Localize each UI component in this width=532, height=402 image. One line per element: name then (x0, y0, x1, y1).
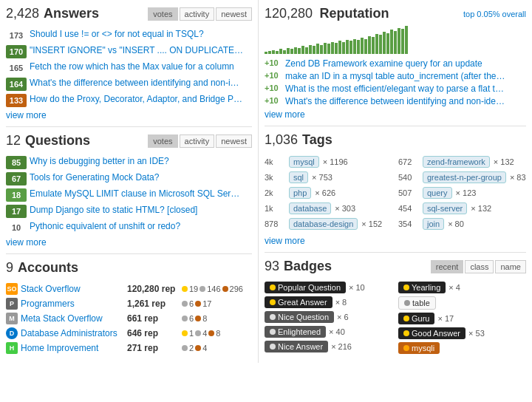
rep-item: +10What's the difference between identif… (265, 96, 526, 106)
badge-pill-silver[interactable]: Nice Answer (265, 341, 328, 352)
rep-text[interactable]: Zend DB Framework examine query for an u… (285, 58, 507, 69)
rep-bar (313, 46, 316, 54)
question-row: 85Why is debugging better in an IDE? (6, 156, 252, 169)
rep-text[interactable]: make an ID in a mysql table auto_increme… (285, 71, 507, 81)
special-dot (403, 345, 409, 351)
reputation-count: 120,280 (265, 6, 313, 21)
badges-tab-name[interactable]: name (495, 260, 526, 273)
rep-bar (375, 34, 378, 54)
vote-badge: 133 (6, 94, 27, 107)
reputation-view-more[interactable]: view more (265, 109, 526, 120)
badge-pill-special[interactable]: mysqli (398, 342, 440, 354)
tag-row: 878database-design× 152 (265, 217, 392, 231)
questions-tab-votes[interactable]: votes (148, 134, 177, 148)
gold-dot (182, 330, 188, 336)
site-name[interactable]: Home Improvement (21, 343, 124, 353)
silver-dot (270, 329, 276, 335)
tag-chip[interactable]: join (423, 218, 444, 230)
tag-chip[interactable]: mysql (289, 156, 319, 168)
questions-view-more[interactable]: view more (6, 237, 252, 248)
badge-pill-gold[interactable]: Great Answer (265, 296, 332, 308)
tag-count: × 83 (510, 173, 526, 182)
tags-grid: 4kmysql× 11963ksql× 7532kphp× 6261kdatab… (265, 155, 526, 233)
rep-bar (283, 50, 286, 54)
gold-dot (270, 285, 276, 290)
answers-list: 173Should I use != or <> for not equal i… (6, 29, 252, 107)
tag-chip[interactable]: php (289, 187, 311, 199)
tag-chip[interactable]: greatest-n-per-group (423, 171, 506, 183)
tag-num: 4k (265, 157, 285, 166)
answer-text[interactable]: What's the difference between identifyin… (30, 78, 244, 88)
question-row: 10Pythonic equivalent of unshift or redo… (6, 221, 252, 234)
badge-pill-gold[interactable]: Guru (398, 313, 434, 324)
tag-num: 878 (265, 219, 285, 228)
rep-bar (364, 39, 367, 54)
badges-tab-class[interactable]: class (465, 260, 494, 273)
tags-section: 1,036 Tags 4kmysql× 11963ksql× 7532kphp×… (265, 132, 526, 246)
vote-badge: 18 (6, 188, 27, 202)
tags-title: Tags (302, 132, 526, 148)
badge-pill-silver[interactable]: Enlightened (265, 326, 326, 338)
tag-count: × 132 (471, 204, 491, 213)
site-badges: 6 8 (182, 314, 207, 323)
badge-pill-gold[interactable]: Good Answer (398, 327, 466, 339)
answers-tab-newest[interactable]: newest (216, 7, 252, 21)
answer-text[interactable]: Fetch the row which has the Max value fo… (30, 61, 244, 72)
tag-chip[interactable]: sql-server (423, 202, 467, 214)
answers-tab-votes[interactable]: votes (148, 7, 177, 21)
answers-view-more[interactable]: view more (6, 110, 252, 120)
answer-text[interactable]: "INSERT IGNORE" vs "INSERT .... ON DUPLI… (30, 45, 244, 55)
question-text[interactable]: Tools for Generating Mock Data? (30, 172, 244, 183)
tag-chip[interactable]: database-design (289, 218, 358, 230)
site-name[interactable]: Stack Overflow (21, 284, 124, 294)
answer-row: 133How do the Proxy, Decorator, Adaptor,… (6, 94, 252, 107)
rep-text[interactable]: What's the difference between identifyin… (285, 96, 507, 106)
badges-grid: Popular Question× 10Great Answer× 8Nice … (265, 282, 526, 354)
answers-tab-group: votes activity newest (148, 7, 252, 21)
rep-bar (379, 35, 382, 54)
question-text[interactable]: Dump Django site to static HTML? [closed… (30, 205, 244, 215)
answer-text[interactable]: Should I use != or <> for not equal in T… (30, 29, 244, 39)
questions-tab-newest[interactable]: newest (216, 134, 252, 148)
tag-row: 1kdatabase× 303 (265, 202, 392, 215)
tag-num: 672 (398, 157, 419, 166)
tag-num: 3k (265, 173, 285, 182)
rep-plus: +10 (265, 58, 285, 67)
site-name[interactable]: Database Administrators (21, 328, 124, 338)
tag-num: 507 (398, 188, 419, 197)
tag-count: × 152 (361, 219, 382, 228)
badge-pill-outline[interactable]: table (398, 296, 436, 310)
site-rep: 120,280 rep (127, 284, 179, 294)
gold-dot (270, 299, 276, 305)
badge-pill-silver[interactable]: Nice Question (265, 311, 334, 323)
rep-bar (405, 26, 408, 54)
rep-bar (320, 45, 323, 54)
site-name[interactable]: Meta Stack Overflow (21, 313, 124, 324)
site-icon: D (6, 327, 18, 339)
question-text[interactable]: Emulate MySQL LIMIT clause in Microsoft … (30, 188, 244, 199)
answers-section: 2,428 Answers votes activity newest 173S… (6, 6, 252, 120)
tag-chip[interactable]: zend-framework (423, 156, 490, 168)
site-name[interactable]: Programmers (21, 299, 124, 309)
rep-plus: +10 (265, 96, 285, 105)
badges-tab-recent[interactable]: recent (431, 260, 464, 273)
tags-view-more[interactable]: view more (265, 236, 526, 246)
answer-text[interactable]: How do the Proxy, Decorator, Adaptor, an… (30, 94, 244, 104)
site-badges: 1 4 8 (182, 329, 220, 338)
tag-chip[interactable]: sql (289, 171, 308, 183)
vote-badge: 173 (6, 29, 27, 42)
question-text[interactable]: Pythonic equivalent of unshift or redo? (30, 221, 244, 231)
badge-pill-gold[interactable]: Yearling (398, 282, 446, 293)
questions-tab-group: votes activity newest (148, 134, 252, 148)
tag-chip[interactable]: database (289, 202, 331, 214)
account-row: H Home Improvement 271 rep 2 4 (6, 342, 252, 354)
rep-text[interactable]: What is the most efficient/elegant way t… (285, 84, 507, 94)
site-badges: 2 4 (182, 344, 207, 352)
tag-chip[interactable]: query (423, 187, 452, 199)
question-text[interactable]: Why is debugging better in an IDE? (30, 156, 244, 166)
tag-count: × 626 (315, 188, 335, 197)
questions-tab-activity[interactable]: activity (180, 134, 215, 148)
badge-pill-gold[interactable]: Popular Question (265, 282, 346, 293)
answers-tab-activity[interactable]: activity (180, 7, 215, 21)
rep-bar (294, 47, 297, 55)
